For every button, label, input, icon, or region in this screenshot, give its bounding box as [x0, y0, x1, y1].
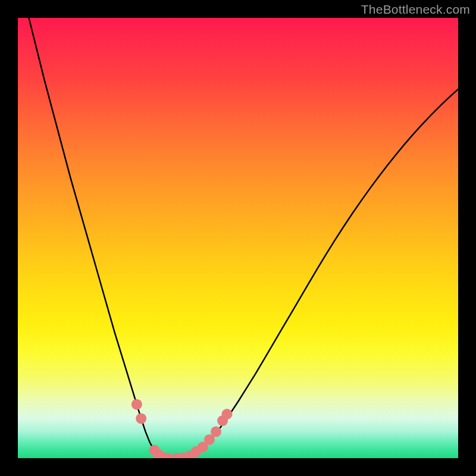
- watermark-text: TheBottleneck.com: [361, 2, 470, 17]
- chart-frame: TheBottleneck.com: [0, 0, 476, 476]
- curve-canvas: [18, 18, 458, 458]
- plot-area: [18, 18, 458, 458]
